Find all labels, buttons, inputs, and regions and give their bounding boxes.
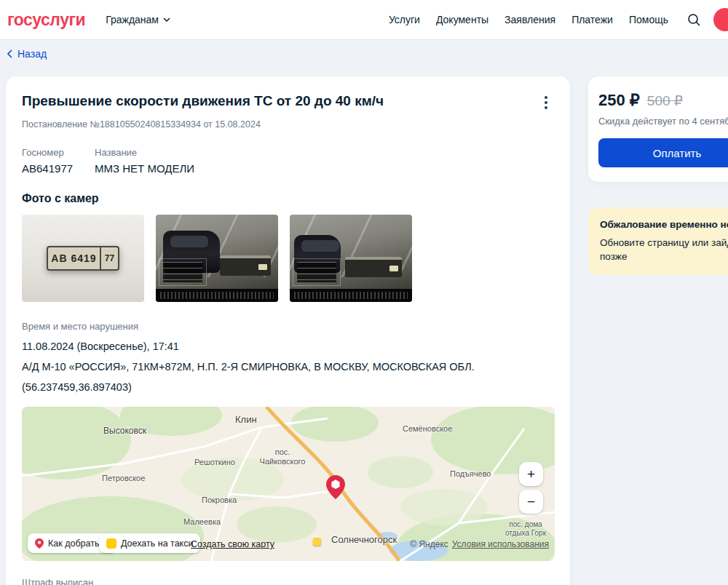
original-amount: 500 ₽ [647, 92, 683, 109]
plate-label: Госномер [22, 147, 95, 158]
model-column: Название ММЗ НЕТ МОДЕЛИ [95, 147, 194, 175]
plate-region: 77 [100, 247, 118, 269]
issuer-label: Штраф выписан [22, 577, 554, 585]
route-pin-icon [35, 538, 44, 549]
audience-label: Гражданам [106, 14, 159, 25]
map-label-village: Семёновское [403, 424, 452, 434]
photo-vehicle-1[interactable] [156, 215, 278, 302]
zoom-out-button[interactable]: − [519, 490, 543, 514]
discount-note: Скидка действует по 4 сентября [598, 116, 728, 127]
camera-metadata-overlay [293, 258, 341, 286]
map-label-village: пос. дома отдыха Горк [497, 520, 554, 537]
violation-label: Время и место нарушения [22, 321, 554, 332]
search-icon [687, 13, 700, 26]
chevron-down-icon [163, 17, 170, 22]
trailer-silhouette [220, 255, 271, 276]
pay-button[interactable]: Оплатить [598, 138, 728, 167]
violation-map[interactable]: Клин Высоковск Семёновское пос. Чайковск… [22, 407, 555, 561]
plate-number: АВ 6419 [48, 247, 100, 269]
fine-card-header: Превышение скорости движения ТС от 20 до… [22, 92, 554, 113]
gosuslugi-logo[interactable]: госуслуги [7, 10, 85, 30]
violation-datetime: 11.08.2024 (Воскресенье), 17:41 [22, 339, 531, 354]
map-label-village: пос. Чайковского [256, 447, 309, 466]
decree-number: Постановление №18810550240815334934 от 1… [22, 119, 554, 130]
map-copyright: © Яндекс Условия использования [410, 539, 549, 549]
taxi-button-label: Доехать на такси [121, 538, 193, 549]
audience-selector[interactable]: Гражданам [106, 14, 170, 25]
fuel-poi-icon [313, 538, 321, 546]
back-label: Назад [17, 48, 47, 60]
camera-info-strip [156, 289, 278, 302]
payment-card: 250 ₽ 500 ₽ Скидка действует по 4 сентяб… [588, 76, 728, 182]
map-label-village: Решоткино [194, 458, 235, 467]
plate-column: Госномер АВ641977 [22, 147, 95, 175]
map-zoom-controls: + − [519, 462, 543, 514]
camera-info-strip [290, 289, 412, 302]
price-row: 250 ₽ 500 ₽ [598, 91, 728, 110]
violation-block: Время и место нарушения 11.08.2024 (Воск… [22, 321, 554, 395]
appeal-notice-card: Обжалование временно недоступно Обновите… [588, 207, 728, 275]
plate-value: АВ641977 [22, 162, 95, 175]
camera-photos: АВ 6419 77 [22, 215, 554, 302]
trailer-silhouette [345, 257, 402, 277]
amount-due: 250 ₽ [598, 91, 640, 110]
taxi-button[interactable]: Доехать на такси [99, 533, 200, 553]
map-label-village: Покровка [202, 496, 237, 505]
nav-documents[interactable]: Документы [436, 14, 488, 25]
nav-applications[interactable]: Заявления [505, 14, 555, 25]
violation-coords: (56.237459,36.897403) [22, 380, 531, 395]
map-label-village: Подъячево [450, 469, 491, 479]
nav-help[interactable]: Помощь [629, 14, 668, 25]
map-label-town: Высоковск [103, 426, 146, 437]
violation-place: А/Д М-10 «РОССИЯ», 71КМ+872М, Н.П. 2-Я С… [22, 359, 531, 375]
photo-vehicle-2[interactable] [290, 215, 412, 302]
map-label-village: Петровское [102, 474, 145, 483]
zoom-in-button[interactable]: + [519, 462, 543, 486]
avatar[interactable] [713, 8, 728, 31]
photos-heading: Фото с камер [22, 192, 554, 205]
photo-plate[interactable]: АВ 6419 77 [22, 215, 144, 302]
map-label-town: Солнечногорск [331, 535, 397, 546]
camera-metadata-overlay [159, 258, 207, 286]
nav-services[interactable]: Услуги [389, 14, 420, 25]
header: госуслуги Гражданам Услуги Документы Зая… [0, 0, 728, 39]
map-label-town: Клин [235, 415, 257, 426]
issuer-block: Штраф выписан ЦАФАП Госавтоинспекции ГУ … [22, 577, 554, 585]
create-map-link[interactable]: Создать свою карту [191, 539, 274, 549]
appeal-notice-text: Обновите страницу или зайдите позже [600, 236, 728, 264]
page-title: Превышение скорости движения ТС от 20 до… [22, 92, 384, 110]
nav-payments[interactable]: Платежи [571, 14, 613, 25]
terms-of-use-link[interactable]: Условия использования [452, 539, 549, 549]
taxi-icon [106, 538, 116, 549]
model-label: Название [95, 147, 194, 158]
main-nav: Услуги Документы Заявления Платежи Помощ… [389, 14, 668, 25]
model-value: ММЗ НЕТ МОДЕЛИ [95, 162, 194, 175]
vehicle-info: Госномер АВ641977 Название ММЗ НЕТ МОДЕЛ… [22, 147, 554, 175]
fine-card: Превышение скорости движения ТС от 20 до… [6, 76, 570, 585]
appeal-notice-title: Обжалование временно недоступно [600, 218, 728, 232]
kebab-menu-icon[interactable] [539, 92, 553, 113]
back-link[interactable]: Назад [7, 48, 47, 60]
yandex-copyright: © Яндекс [410, 539, 448, 549]
search-button[interactable] [686, 12, 702, 28]
license-plate: АВ 6419 77 [47, 246, 119, 271]
violation-location-pin-icon [326, 475, 345, 499]
back-chevron-icon [7, 49, 12, 58]
map-label-village: Малеевка [183, 517, 221, 527]
